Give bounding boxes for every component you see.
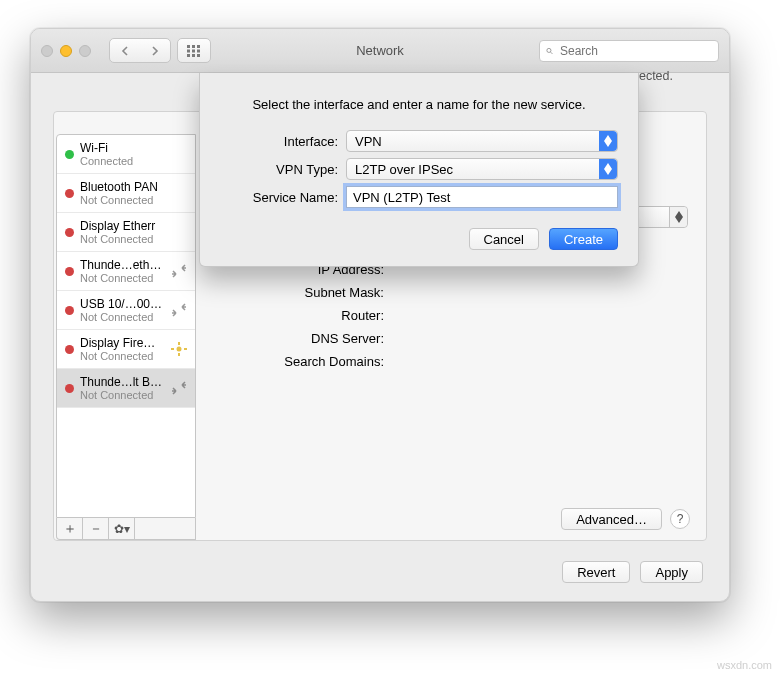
sidebar-item-status: Not Connected: [80, 233, 189, 245]
advanced-button[interactable]: Advanced…: [561, 508, 662, 530]
svg-line-10: [551, 52, 553, 54]
svg-rect-14: [171, 348, 174, 350]
sheet-message: Select the interface and enter a name fo…: [220, 97, 618, 112]
sidebar-item-status: Not Connected: [80, 311, 163, 323]
sidebar-item-label: Display Etherr: [80, 219, 189, 233]
bridge-icon: [169, 381, 189, 395]
gear-icon: ✿▾: [114, 522, 130, 536]
dns-server-row: DNS Server:: [224, 331, 686, 346]
interface-select[interactable]: VPN: [346, 130, 618, 152]
search-icon: [546, 45, 553, 57]
traffic-lights: [41, 45, 91, 57]
subnet-mask-label: Subnet Mask:: [224, 285, 384, 300]
cancel-button[interactable]: Cancel: [469, 228, 539, 250]
subnet-mask-row: Subnet Mask:: [224, 285, 686, 300]
vpn-type-select[interactable]: L2TP over IPSec: [346, 158, 618, 180]
service-name-input[interactable]: [346, 186, 618, 208]
vpn-type-label: VPN Type:: [220, 162, 338, 177]
window-action-buttons: Revert Apply: [562, 561, 703, 583]
dns-server-label: DNS Server:: [224, 331, 384, 346]
service-actions-button[interactable]: ✿▾: [109, 518, 135, 539]
interface-row: Interface: VPN: [220, 130, 618, 152]
apply-button[interactable]: Apply: [640, 561, 703, 583]
sidebar-item-status: Connected: [80, 155, 189, 167]
service-name-label: Service Name:: [220, 190, 338, 205]
search-input[interactable]: [558, 43, 712, 59]
zoom-window-icon[interactable]: [79, 45, 91, 57]
service-name-row: Service Name:: [220, 186, 618, 208]
svg-marker-19: [604, 141, 612, 147]
watermark-text: wsxdn.com: [717, 659, 772, 671]
select-arrows-icon: [599, 159, 617, 179]
sidebar-item-bluetooth-pan[interactable]: Bluetooth PAN Not Connected: [57, 174, 195, 213]
svg-marker-17: [675, 217, 683, 223]
svg-rect-13: [178, 353, 180, 356]
create-button[interactable]: Create: [549, 228, 618, 250]
status-dot-icon: [65, 267, 74, 276]
forward-button[interactable]: [140, 39, 170, 62]
sheet-actions: Cancel Create: [220, 228, 618, 250]
select-arrows-icon: [599, 131, 617, 151]
sidebar-item-label: USB 10/…00 LAN: [80, 297, 163, 311]
sidebar-item-label: Bluetooth PAN: [80, 180, 189, 194]
vpn-type-row: VPN Type: L2TP over IPSec: [220, 158, 618, 180]
remove-service-button[interactable]: －: [83, 518, 109, 539]
interface-label: Interface:: [220, 134, 338, 149]
sidebar-item-wifi[interactable]: Wi-Fi Connected: [57, 135, 195, 174]
status-dot-icon: [65, 345, 74, 354]
svg-rect-0: [187, 45, 190, 48]
svg-rect-2: [197, 45, 200, 48]
router-row: Router:: [224, 308, 686, 323]
svg-rect-12: [178, 342, 180, 345]
search-domains-label: Search Domains:: [224, 354, 384, 369]
grid-icon: [187, 45, 201, 57]
sidebar-item-usb-lan[interactable]: USB 10/…00 LAN Not Connected: [57, 291, 195, 330]
search-field[interactable]: [539, 40, 719, 62]
back-forward-group: [109, 38, 171, 63]
vpn-type-value: L2TP over IPSec: [355, 162, 453, 177]
svg-rect-7: [192, 54, 195, 57]
status-dot-icon: [65, 189, 74, 198]
svg-rect-8: [197, 54, 200, 57]
svg-point-11: [177, 347, 182, 352]
sidebar-item-thunderbolt-ethernet[interactable]: Thunde…ethernet Not Connected: [57, 252, 195, 291]
titlebar: Network: [31, 29, 729, 73]
status-dot-icon: [65, 150, 74, 159]
sidebar-item-status: Not Connected: [80, 194, 189, 206]
svg-rect-1: [192, 45, 195, 48]
svg-rect-6: [187, 54, 190, 57]
svg-marker-21: [604, 169, 612, 175]
new-service-sheet: Select the interface and enter a name fo…: [199, 73, 639, 267]
sidebar-item-display-ethernet[interactable]: Display Etherr Not Connected: [57, 213, 195, 252]
firewire-icon: [169, 342, 189, 356]
ethernet-icon: [169, 264, 189, 278]
status-dot-icon: [65, 228, 74, 237]
status-dot-icon: [65, 384, 74, 393]
sidebar-item-label: Display FireWire: [80, 336, 163, 350]
ethernet-icon: [169, 303, 189, 317]
service-list: Wi-Fi Connected Bluetooth PAN Not Connec…: [56, 134, 196, 518]
revert-button[interactable]: Revert: [562, 561, 630, 583]
svg-rect-5: [197, 49, 200, 52]
sidebar-item-thunderbolt-bridge[interactable]: Thunde…lt Bridge Not Connected: [57, 369, 195, 408]
service-list-toolbar: ＋ － ✿▾: [56, 518, 196, 540]
svg-rect-15: [184, 348, 187, 350]
router-label: Router:: [224, 308, 384, 323]
interface-value: VPN: [355, 134, 382, 149]
svg-point-9: [547, 48, 551, 52]
help-button[interactable]: ?: [670, 509, 690, 529]
sidebar-item-status: Not Connected: [80, 389, 163, 401]
sidebar: Wi-Fi Connected Bluetooth PAN Not Connec…: [54, 112, 196, 540]
minimize-window-icon[interactable]: [60, 45, 72, 57]
close-window-icon[interactable]: [41, 45, 53, 57]
search-domains-row: Search Domains:: [224, 354, 686, 369]
sidebar-item-label: Thunde…lt Bridge: [80, 375, 163, 389]
select-arrows-icon: [669, 207, 687, 227]
back-button[interactable]: [110, 39, 140, 62]
sidebar-item-status: Not Connected: [80, 272, 163, 284]
show-all-button[interactable]: [177, 38, 211, 63]
sidebar-item-display-firewire[interactable]: Display FireWire Not Connected: [57, 330, 195, 369]
sidebar-item-label: Wi-Fi: [80, 141, 189, 155]
network-prefs-window: Network nnected. Wi-Fi Connected: [30, 28, 730, 602]
add-service-button[interactable]: ＋: [57, 518, 83, 539]
